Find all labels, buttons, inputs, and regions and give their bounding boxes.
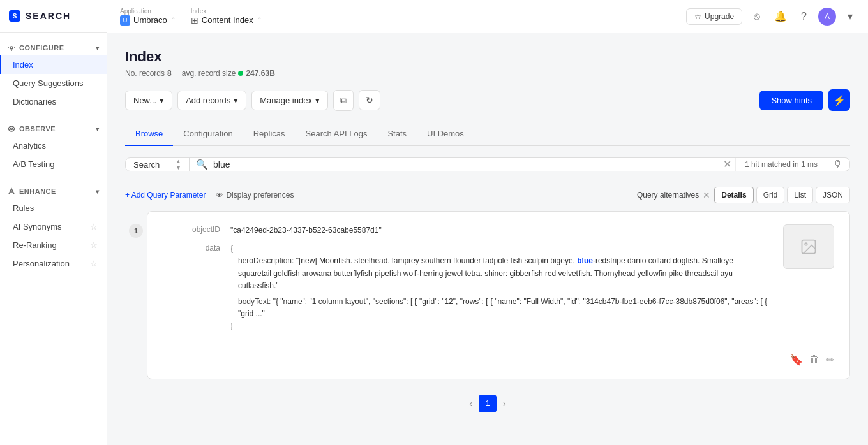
sidebar-item-query-suggestions[interactable]: Query Suggestions xyxy=(0,74,107,92)
view-btn-json[interactable]: JSON xyxy=(816,187,850,203)
microphone-icon[interactable]: 🎙 xyxy=(827,158,849,171)
clear-search-icon[interactable]: ✕ xyxy=(719,158,735,171)
data-label: data xyxy=(163,243,220,252)
notification-icon[interactable]: 🔔 xyxy=(772,8,789,25)
view-btn-list[interactable]: List xyxy=(787,187,813,203)
search-type-arrows-icon: ▲▼ xyxy=(176,158,181,171)
svg-point-1 xyxy=(11,128,13,130)
search-type-selector[interactable]: Search ▲▼ xyxy=(126,158,190,171)
search-input-wrap: 🔍 xyxy=(190,158,719,171)
view-buttons: Details Grid List JSON xyxy=(714,187,850,203)
result-data: objectID "ca4249ed-2b23-4337-b522-63cabe… xyxy=(163,224,768,339)
sidebar-item-re-ranking[interactable]: Re-Ranking ☆ xyxy=(0,236,107,254)
tab-replicas[interactable]: Replicas xyxy=(243,122,296,146)
toolbar: New... ▾ Add records ▾ Manage index ▾ ⧉ … xyxy=(125,89,850,111)
add-records-chevron-icon: ▾ xyxy=(234,96,238,105)
sidebar-item-personalization[interactable]: Personalization ☆ xyxy=(0,254,107,273)
query-params-left: + Add Query Parameter 👁 Display preferen… xyxy=(125,191,294,200)
hints-icon-button[interactable]: ⚡ xyxy=(828,89,850,111)
new-chevron-icon: ▾ xyxy=(160,96,164,105)
tabs: Browse Configuration Replicas Search API… xyxy=(125,122,850,146)
user-avatar[interactable]: A xyxy=(818,8,836,26)
sidebar-item-ab-testing[interactable]: A/B Testing xyxy=(0,155,107,173)
umbraco-icon: U xyxy=(120,15,130,26)
index-chevron-icon: ⌃ xyxy=(257,17,262,24)
hero-description-highlight: blue xyxy=(577,256,593,265)
star-icon: ☆ xyxy=(694,12,701,21)
sidebar-item-dictionaries[interactable]: Dictionaries xyxy=(0,92,107,111)
show-hints-button[interactable]: Show hints xyxy=(760,91,823,110)
pagination-page-1-button[interactable]: 1 xyxy=(479,395,497,412)
index-selector[interactable]: Index ⊞ Content Index ⌃ xyxy=(191,8,262,26)
result-content: objectID "ca4249ed-2b23-4337-b522-63cabe… xyxy=(163,224,834,339)
add-records-button[interactable]: Add records ▾ xyxy=(177,91,246,110)
share-icon[interactable]: ⎋ xyxy=(751,8,763,25)
configure-section: CONFIGURE ▾ Index Query Suggestions Dict… xyxy=(0,33,107,113)
avg-size-value: 247.63B xyxy=(246,69,274,78)
query-alternatives-wrap: Query alternatives ✕ Details Grid List J… xyxy=(637,187,850,203)
search-match-info: 1 hit matched in 1 ms xyxy=(735,158,827,171)
result-row-objectid: objectID "ca4249ed-2b23-4337-b522-63cabe… xyxy=(163,224,768,237)
main-area: Application U Umbraco ⌃ Index ⊞ Content … xyxy=(107,0,868,445)
tab-search-api-logs[interactable]: Search API Logs xyxy=(296,122,378,146)
enhance-section-header[interactable]: ENHANCE ▾ xyxy=(0,184,107,199)
account-chevron-icon[interactable]: ▾ xyxy=(845,8,855,25)
manage-index-button[interactable]: Manage index ▾ xyxy=(251,91,328,110)
enhance-section: ENHANCE ▾ Rules AI Synonyms ☆ Re-Ranking… xyxy=(0,176,107,275)
page-content: Index No. records 8 avg. record size 247… xyxy=(107,33,868,445)
enhance-icon xyxy=(8,187,15,195)
copy-button[interactable]: ⧉ xyxy=(333,90,354,111)
new-button[interactable]: New... ▾ xyxy=(125,91,172,110)
hero-description-key: heroDescription: xyxy=(238,256,296,265)
view-btn-details[interactable]: Details xyxy=(714,187,753,203)
chevron-down-icon: ▾ xyxy=(96,45,100,52)
add-query-param-button[interactable]: + Add Query Parameter xyxy=(125,191,206,200)
observe-section: OBSERVE ▾ Analytics A/B Testing xyxy=(0,113,107,176)
delete-action-button[interactable]: 🗑 xyxy=(809,354,819,366)
sidebar-item-index[interactable]: Index xyxy=(0,55,107,74)
refresh-button[interactable]: ↻ xyxy=(359,90,380,110)
upgrade-button[interactable]: ☆ Upgrade xyxy=(686,8,742,25)
records-meta: No. records 8 xyxy=(125,69,172,78)
tab-configuration[interactable]: Configuration xyxy=(173,122,243,146)
edit-action-button[interactable]: ✏ xyxy=(826,354,834,366)
objectid-label: objectID xyxy=(163,224,220,234)
sidebar: S SEARCH CONFIGURE ▾ Index Query Suggest… xyxy=(0,0,107,445)
manage-index-chevron-icon: ▾ xyxy=(315,96,320,105)
page-meta: No. records 8 avg. record size 247.63B xyxy=(125,69,850,78)
topbar: Application U Umbraco ⌃ Index ⊞ Content … xyxy=(107,0,868,33)
result-actions: 🔖 🗑 ✏ xyxy=(163,347,834,366)
re-ranking-star-icon: ☆ xyxy=(90,240,98,250)
pagination-next-button[interactable]: › xyxy=(500,396,509,411)
personalization-star-icon: ☆ xyxy=(90,259,98,268)
observe-section-header[interactable]: OBSERVE ▾ xyxy=(0,121,107,136)
sidebar-item-ai-synonyms[interactable]: AI Synonyms ☆ xyxy=(0,217,107,236)
sidebar-logo: S SEARCH xyxy=(0,0,107,33)
sidebar-item-rules[interactable]: Rules xyxy=(0,199,107,217)
pagination-prev-button[interactable]: ‹ xyxy=(467,396,475,411)
view-btn-grid[interactable]: Grid xyxy=(756,187,785,203)
display-preferences-button[interactable]: 👁 Display preferences xyxy=(216,191,294,200)
settings-icon xyxy=(8,44,15,52)
tab-browse[interactable]: Browse xyxy=(125,122,173,146)
topbar-left: Application U Umbraco ⌃ Index ⊞ Content … xyxy=(120,8,262,26)
configure-section-header[interactable]: CONFIGURE ▾ xyxy=(0,40,107,55)
chevron-down-icon-observe: ▾ xyxy=(96,126,100,133)
query-alternatives-close-icon[interactable]: ✕ xyxy=(703,190,710,200)
application-chevron-icon: ⌃ xyxy=(170,17,176,24)
result-card-1: objectID "ca4249ed-2b23-4337-b522-63cabe… xyxy=(147,211,850,379)
query-alternatives-label: Query alternatives xyxy=(637,191,699,200)
tab-ui-demos[interactable]: UI Demos xyxy=(417,122,474,146)
index-icon: ⊞ xyxy=(191,15,198,26)
application-selector[interactable]: Application U Umbraco ⌃ xyxy=(120,8,176,26)
search-input[interactable] xyxy=(213,159,713,170)
records-count: 8 xyxy=(167,69,172,78)
tab-stats[interactable]: Stats xyxy=(377,122,417,146)
bookmark-action-button[interactable]: 🔖 xyxy=(790,354,803,366)
sidebar-item-analytics[interactable]: Analytics xyxy=(0,136,107,155)
result-number-1: 1 xyxy=(129,224,143,238)
search-icon: 🔍 xyxy=(196,159,208,170)
objectid-value: "ca4249ed-2b23-4337-b522-63cabe5587d1" xyxy=(230,224,768,237)
result-row-data: data { heroDescription: "[new] Moonfish.… xyxy=(163,243,768,332)
help-icon[interactable]: ? xyxy=(798,8,809,25)
